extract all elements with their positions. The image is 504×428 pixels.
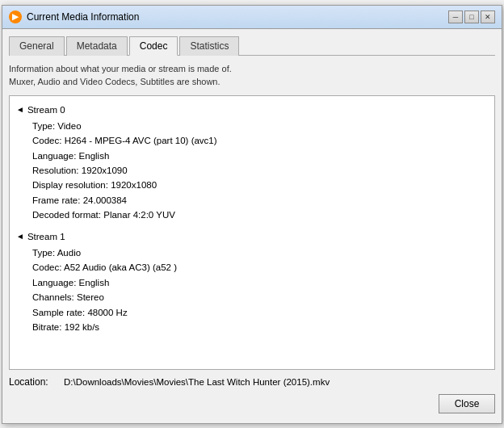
stream0-resolution: Resolution: 1920x1090 (32, 163, 488, 178)
stream1-arrow: ◄ (16, 230, 24, 243)
location-value: D:\Downloads\Movies\Movies\The Last Witc… (64, 377, 330, 387)
window-close-button[interactable]: ✕ (481, 10, 495, 23)
stream0-type: Type: Video (32, 119, 488, 133)
stream1-type: Type: Audio (32, 245, 488, 260)
minimize-button[interactable]: ─ (448, 10, 463, 23)
stream0-frame-rate: Frame rate: 24.000384 (32, 193, 488, 208)
stream0-label: Stream 0 (27, 103, 65, 117)
stream1-language: Language: English (32, 275, 488, 290)
stream0-codec: Codec: H264 - MPEG-4 AVC (part 10) (avc1… (32, 133, 488, 148)
stream1-container: ◄ Stream 1 Type: Audio Codec: A52 Audio … (16, 229, 488, 335)
tab-metadata[interactable]: Metadata (66, 36, 128, 56)
app-icon: ▶ (9, 10, 22, 23)
close-button[interactable]: Close (439, 394, 495, 413)
stream1-channels: Channels: Stereo (32, 290, 488, 304)
stream0-decoded-format: Decoded format: Planar 4:2:0 YUV (32, 208, 488, 222)
stream0-language: Language: English (32, 149, 488, 163)
location-label: Location: (9, 376, 57, 388)
tab-codec[interactable]: Codec (129, 36, 178, 56)
stream0-display-resolution: Display resolution: 1920x1080 (32, 178, 488, 192)
codec-panel[interactable]: ◄ Stream 0 Type: Video Codec: H264 - MPE… (9, 95, 495, 370)
stream1-props: Type: Audio Codec: A52 Audio (aka AC3) (… (32, 245, 488, 334)
button-bar: Close (9, 391, 495, 417)
info-line1: Information about what your media or str… (9, 62, 495, 76)
info-text: Information about what your media or str… (9, 62, 495, 89)
main-window: ▶ Current Media Information ─ □ ✕ Genera… (2, 5, 502, 424)
location-bar: Location: D:\Downloads\Movies\Movies\The… (9, 370, 495, 391)
stream1-codec: Codec: A52 Audio (aka AC3) (a52 ) (32, 260, 488, 275)
stream1-label: Stream 1 (27, 229, 65, 244)
app-icon-symbol: ▶ (12, 12, 19, 21)
info-line2: Muxer, Audio and Video Codecs, Subtitles… (9, 75, 495, 89)
title-bar: ▶ Current Media Information ─ □ ✕ (2, 6, 502, 29)
main-content: General Metadata Codec Statistics Inform… (2, 29, 502, 423)
stream1-sample-rate: Sample rate: 48000 Hz (32, 305, 488, 320)
window-title: Current Media Information (27, 11, 139, 23)
stream0-props: Type: Video Codec: H264 - MPEG-4 AVC (pa… (32, 119, 488, 223)
window-controls: ─ □ ✕ (448, 10, 495, 23)
tab-general[interactable]: General (9, 36, 65, 56)
maximize-button[interactable]: □ (464, 10, 479, 23)
stream0-arrow: ◄ (16, 103, 24, 116)
stream1-header: ◄ Stream 1 (16, 229, 488, 244)
title-bar-left: ▶ Current Media Information (9, 10, 139, 23)
tab-statistics[interactable]: Statistics (179, 36, 239, 56)
stream0-header: ◄ Stream 0 (16, 103, 488, 117)
stream1-bitrate: Bitrate: 192 kb/s (32, 320, 488, 334)
tab-bar: General Metadata Codec Statistics (9, 36, 495, 56)
stream0-container: ◄ Stream 0 Type: Video Codec: H264 - MPE… (16, 103, 488, 223)
